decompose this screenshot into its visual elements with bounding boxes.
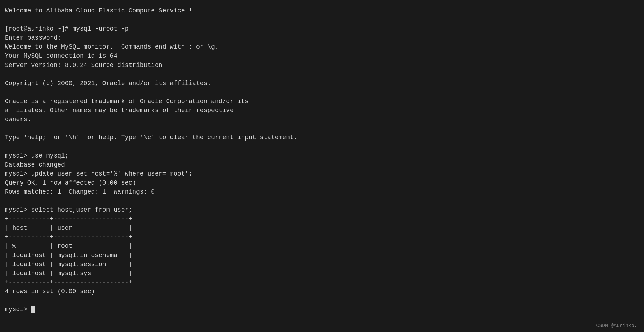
terminal-window: Welcome to Alibaba Cloud Elastic Compute… (0, 0, 644, 332)
terminal-cursor (31, 306, 35, 313)
watermark: CSDN @Aurinko. (596, 323, 637, 329)
terminal-content: Welcome to Alibaba Cloud Elastic Compute… (5, 6, 639, 314)
